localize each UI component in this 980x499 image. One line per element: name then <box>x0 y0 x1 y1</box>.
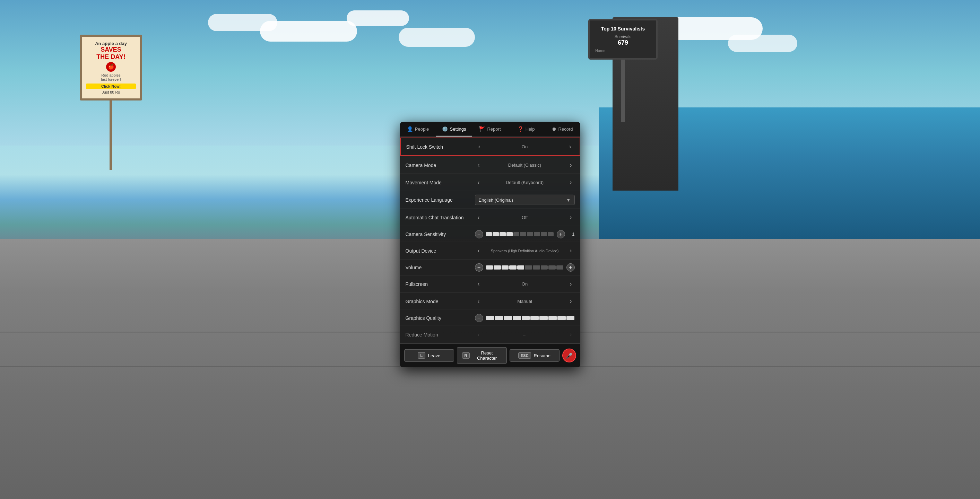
modal-overlay: 👤 People ⚙️ Settings 🚩 Report ❓ Help ⏺ <box>0 0 980 499</box>
mic-icon: 🎤 <box>566 352 573 359</box>
background: An apple a day SAVES THE DAY! 🍎 Red appl… <box>0 0 980 499</box>
settings-modal: 👤 People ⚙️ Settings 🚩 Report ❓ Help ⏺ <box>400 122 580 367</box>
graphics-quality-slider[interactable] <box>486 316 575 320</box>
slider-segment-8 <box>541 265 548 269</box>
tab-people-label: People <box>415 126 429 131</box>
fullscreen-label: Fullscreen <box>406 281 475 286</box>
shift-lock-next-btn[interactable]: › <box>566 142 574 152</box>
tab-help[interactable]: ❓ Help <box>508 122 544 137</box>
camera-mode-control: ‹ Default (Classic) › <box>475 160 575 170</box>
tab-report[interactable]: 🚩 Report <box>472 122 508 137</box>
output-device-next-btn[interactable]: › <box>567 246 575 256</box>
slider-segment-2 <box>494 265 501 269</box>
setting-auto-chat-translation: Automatic Chat Translation ‹ Off › <box>400 209 580 226</box>
resume-button[interactable]: ESC Resume <box>509 349 560 362</box>
fullscreen-next-btn[interactable]: › <box>567 279 575 289</box>
slider-segment-6 <box>525 265 532 269</box>
movement-mode-value: Default (Keyboard) <box>485 180 564 185</box>
mic-button[interactable]: 🎤 <box>562 349 576 362</box>
reduce-motion-prev-btn[interactable]: ‹ <box>475 329 482 340</box>
setting-graphics-quality: Graphics Quality − <box>400 310 580 326</box>
slider-segment-2 <box>495 316 503 320</box>
experience-language-label: Experience Language <box>406 197 475 203</box>
slider-segment-4 <box>509 265 517 269</box>
shift-lock-value: On <box>486 144 564 149</box>
fullscreen-control: ‹ On › <box>475 279 575 289</box>
auto-chat-control: ‹ Off › <box>475 213 575 222</box>
auto-chat-label: Automatic Chat Translation <box>406 215 475 220</box>
slider-segment-6 <box>530 316 539 320</box>
slider-segment-10 <box>548 232 554 236</box>
camera-sensitivity-decrease-btn[interactable]: − <box>475 230 483 238</box>
output-device-value: Speakers (High Definition Audio Device) <box>485 248 564 253</box>
experience-language-control: English (Original) ▼ <box>475 195 575 205</box>
setting-shift-lock: Shift Lock Switch ‹ On › <box>400 138 580 156</box>
movement-mode-label: Movement Mode <box>406 180 475 185</box>
experience-language-dropdown[interactable]: English (Original) ▼ <box>475 195 575 205</box>
modal-tabs: 👤 People ⚙️ Settings 🚩 Report ❓ Help ⏺ <box>400 122 580 137</box>
shift-lock-label: Shift Lock Switch <box>406 144 476 149</box>
graphics-mode-prev-btn[interactable]: ‹ <box>475 296 482 306</box>
tab-record[interactable]: ⏺ Record <box>544 122 580 137</box>
output-device-prev-btn[interactable]: ‹ <box>475 246 482 256</box>
camera-mode-next-btn[interactable]: › <box>567 160 575 170</box>
settings-icon: ⚙️ <box>442 126 448 132</box>
slider-segment-3 <box>502 265 509 269</box>
reduce-motion-next-btn[interactable]: › <box>567 329 575 340</box>
camera-sensitivity-increase-btn[interactable]: + <box>557 230 565 238</box>
volume-control: − + <box>475 263 575 271</box>
movement-mode-prev-btn[interactable]: ‹ <box>475 177 482 188</box>
chevron-down-icon: ▼ <box>566 197 571 203</box>
leave-label: Leave <box>428 353 440 358</box>
movement-mode-control: ‹ Default (Keyboard) › <box>475 177 575 188</box>
slider-segment-7 <box>527 232 533 236</box>
slider-segment-4 <box>506 232 513 236</box>
slider-segment-9 <box>541 232 547 236</box>
fullscreen-prev-btn[interactable]: ‹ <box>475 279 482 289</box>
tab-settings[interactable]: ⚙️ Settings <box>436 122 472 137</box>
graphics-quality-decrease-btn[interactable]: − <box>475 314 483 322</box>
auto-chat-prev-btn[interactable]: ‹ <box>475 213 482 222</box>
record-icon: ⏺ <box>552 126 556 132</box>
leave-button[interactable]: L Leave <box>404 349 454 362</box>
reset-character-button[interactable]: R Reset Character <box>457 347 507 364</box>
graphics-mode-next-btn[interactable]: › <box>567 296 575 306</box>
slider-segment-5 <box>517 265 525 269</box>
slider-segment-8 <box>534 232 540 236</box>
camera-mode-prev-btn[interactable]: ‹ <box>475 160 482 170</box>
slider-segment-7 <box>539 316 548 320</box>
shift-lock-prev-btn[interactable]: ‹ <box>476 142 483 152</box>
setting-camera-mode: Camera Mode ‹ Default (Classic) › <box>400 157 580 174</box>
volume-decrease-btn[interactable]: − <box>475 263 483 271</box>
setting-camera-sensitivity: Camera Sensitivity − + 1 <box>400 226 580 242</box>
slider-segment-5 <box>522 316 530 320</box>
graphics-quality-label: Graphics Quality <box>406 315 475 321</box>
camera-mode-label: Camera Mode <box>406 162 475 168</box>
slider-segment-3 <box>504 316 512 320</box>
volume-slider[interactable] <box>486 265 564 269</box>
modal-footer: L Leave R Reset Character ESC Resume 🎤 <box>400 343 580 367</box>
tab-report-label: Report <box>487 126 501 131</box>
slider-segment-8 <box>549 316 557 320</box>
camera-sensitivity-slider[interactable] <box>486 232 554 236</box>
help-icon: ❓ <box>517 126 523 132</box>
shift-lock-control: ‹ On › <box>476 142 574 152</box>
tab-settings-label: Settings <box>450 126 466 131</box>
setting-fullscreen: Fullscreen ‹ On › <box>400 275 580 293</box>
setting-output-device: Output Device ‹ Speakers (High Definitio… <box>400 242 580 259</box>
slider-segment-10 <box>556 265 564 269</box>
output-device-label: Output Device <box>406 248 475 253</box>
auto-chat-value: Off <box>485 215 564 220</box>
experience-language-value: English (Original) <box>479 197 514 202</box>
camera-sensitivity-label: Camera Sensitivity <box>406 231 475 237</box>
tab-help-label: Help <box>525 126 535 131</box>
movement-mode-next-btn[interactable]: › <box>567 177 575 188</box>
slider-segment-5 <box>514 232 520 236</box>
setting-volume: Volume − + <box>400 259 580 275</box>
setting-reduce-motion: Reduce Motion ‹ ... › <box>400 326 580 343</box>
output-device-control: ‹ Speakers (High Definition Audio Device… <box>475 246 575 256</box>
volume-increase-btn[interactable]: + <box>566 263 575 271</box>
setting-graphics-mode: Graphics Mode ‹ Manual › <box>400 293 580 310</box>
auto-chat-next-btn[interactable]: › <box>567 213 575 222</box>
tab-people[interactable]: 👤 People <box>400 122 436 137</box>
